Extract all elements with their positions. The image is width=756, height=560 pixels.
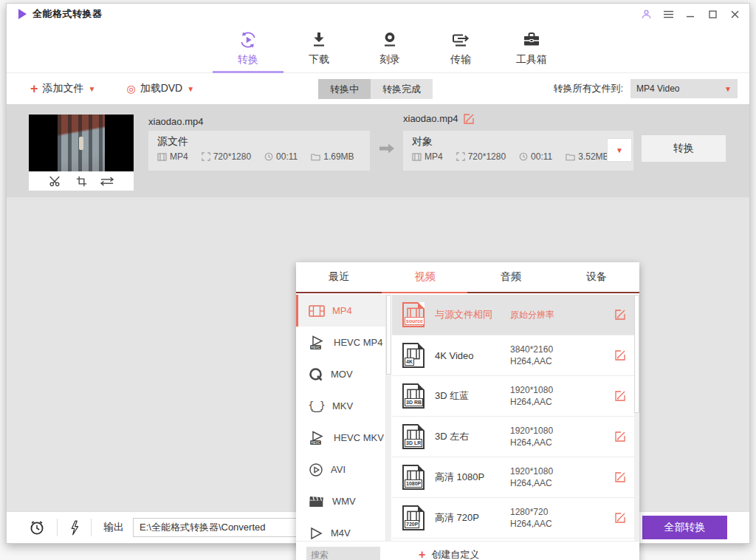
target-duration: 00:11 (531, 151, 552, 162)
preset-file-icon: source (402, 302, 425, 327)
output-format-select[interactable]: MP4 Video ▼ (630, 79, 738, 98)
nav-tab-burn[interactable]: 刻录 (354, 24, 425, 72)
preset-3d-left-right[interactable]: 3D LR 3D 左右 1920*1080H264,AAC (392, 417, 634, 457)
nav-tab-label: 传输 (450, 53, 471, 66)
load-dvd-button[interactable]: ◎ 加载DVD ▼ (126, 82, 194, 95)
source-duration: 00:11 (276, 151, 298, 162)
create-custom-label: 创建自定义 (431, 548, 479, 560)
adjust-icon[interactable] (100, 177, 114, 186)
nav-tabs: 转换 下载 刻录 (213, 24, 567, 72)
maximize-button[interactable] (707, 8, 718, 20)
main-nav: 转换 下载 刻录 (7, 24, 749, 73)
preset-hd-1080p[interactable]: 1080P 高清 1080P 1920*1080H264,AAC (392, 457, 634, 498)
nav-tab-label: 转换 (238, 53, 258, 66)
preset-file-icon: 3D RB (402, 383, 425, 409)
target-info-box: 对象 MP4 720*1280 00:11 3.52MB ▼ (403, 131, 633, 171)
hevc-play-icon: HEVC (309, 335, 326, 350)
minimize-button[interactable] (684, 8, 696, 20)
search-input[interactable] (306, 547, 380, 560)
preset-3d-red-blue[interactable]: 3D RB 3D 红蓝 1920*1080H264,AAC (392, 376, 634, 417)
tab-converting[interactable]: 转换中 (318, 79, 371, 99)
output-format-value: MP4 Video (636, 83, 679, 94)
target-box-title: 对象 (412, 135, 625, 148)
format-dropdown-button[interactable]: ▼ (607, 138, 632, 162)
transfer-icon (451, 30, 470, 49)
file-row: xiaodao.mp4 源文件 MP4 720*1280 00:11 1.69M… (7, 104, 749, 197)
toolbox-icon (522, 30, 541, 49)
preset-same-as-source[interactable]: source 与源文件相同 原始分辨率 (392, 295, 634, 335)
preset-4k-video[interactable]: 4K 4K Video 3840*2160H264,AAC (392, 335, 634, 376)
panel-tab-audio[interactable]: 音频 (468, 262, 554, 292)
panel-tab-device[interactable]: 设备 (554, 262, 639, 292)
preset-edit-icon[interactable] (615, 310, 625, 320)
schedule-clock-icon[interactable] (29, 519, 45, 536)
panel-tab-video[interactable]: 视频 (382, 262, 467, 292)
rename-edit-icon[interactable] (464, 114, 474, 124)
performance-bolt-icon[interactable] (69, 520, 79, 536)
tab-finished[interactable]: 转换完成 (371, 79, 433, 99)
nav-tab-convert[interactable]: 转换 (213, 24, 284, 72)
format-item-mp4[interactable]: MP4 (296, 295, 385, 327)
format-film-icon (157, 153, 167, 161)
preset-edit-icon[interactable] (615, 513, 625, 523)
preset-edit-icon[interactable] (615, 431, 625, 442)
plus-icon: + (30, 82, 38, 95)
mkv-braces-icon: { } (309, 399, 325, 414)
filesize-folder-icon (311, 153, 320, 161)
panel-tab-recent[interactable]: 最近 (296, 262, 382, 292)
chevron-down-icon: ▼ (616, 146, 623, 154)
format-item-mov[interactable]: MOV (296, 358, 385, 390)
resolution-icon (202, 152, 210, 161)
m4v-play-icon (309, 527, 323, 540)
target-format: MP4 (425, 151, 443, 162)
preset-list: source 与源文件相同 原始分辨率 4K 4K Video 3840*216… (392, 295, 634, 541)
video-thumbnail (29, 115, 134, 171)
convert-button[interactable]: 转换 (642, 135, 726, 162)
duration-clock-icon (264, 152, 273, 161)
format-item-hevc-mp4[interactable]: HEVC HEVC MP4 (296, 327, 385, 358)
source-resolution: 720*1280 (213, 151, 251, 162)
preset-hd-720p[interactable]: 720P 高清 720P 1280*720H264,AAC (392, 498, 634, 539)
account-icon[interactable] (640, 8, 652, 20)
close-button[interactable] (729, 8, 740, 20)
preset-list-scrollbar[interactable] (634, 295, 639, 541)
titlebar: 全能格式转换器 (7, 4, 749, 24)
format-item-avi[interactable]: AVI (296, 454, 385, 485)
nav-tab-label: 工具箱 (516, 53, 547, 66)
arrow-right-icon (378, 143, 396, 157)
chevron-down-icon: ▼ (187, 85, 194, 93)
crop-icon[interactable] (76, 176, 87, 187)
nav-tab-download[interactable]: 下载 (284, 24, 354, 72)
nav-tab-toolbox[interactable]: 工具箱 (496, 24, 567, 72)
format-list-scrollbar[interactable] (386, 295, 391, 541)
format-item-wmv[interactable]: WMV (296, 485, 385, 517)
format-picker-panel: 最近 视频 音频 设备 MP4 HEVC HEVC MP4 (296, 262, 639, 560)
chevron-down-icon: ▼ (89, 85, 96, 93)
preset-edit-icon[interactable] (615, 350, 625, 361)
add-file-button[interactable]: + 添加文件 ▼ (30, 82, 95, 95)
preset-file-icon: 1080P (402, 465, 425, 490)
plus-icon: + (419, 549, 425, 560)
source-info-box: 源文件 MP4 720*1280 00:11 1.69MB (148, 131, 370, 171)
format-item-m4v[interactable]: M4V (296, 517, 385, 541)
convert-all-button[interactable]: 全部转换 (642, 516, 727, 539)
window-controls (640, 8, 740, 20)
preset-edit-icon[interactable] (615, 391, 625, 401)
format-item-hevc-mkv[interactable]: HEVC HEVC MKV (296, 422, 385, 454)
preset-edit-icon[interactable] (615, 472, 625, 482)
load-dvd-label: 加载DVD (140, 82, 183, 95)
format-item-mkv[interactable]: { } MKV (296, 390, 385, 422)
output-label: 输出 (103, 521, 124, 534)
trim-scissors-icon[interactable] (49, 175, 63, 187)
app-logo-icon (18, 9, 27, 19)
nav-tab-label: 刻录 (379, 53, 400, 66)
format-film-icon (412, 153, 422, 161)
hevc-play-icon: HEVC (309, 431, 326, 445)
svg-text:{ }: { } (309, 400, 325, 411)
menu-icon[interactable] (662, 8, 674, 20)
preset-file-icon: 3D LR (402, 424, 425, 449)
clapperboard-icon (309, 495, 325, 508)
nav-tab-transfer[interactable]: 传输 (425, 24, 496, 72)
svg-text:HEVC: HEVC (311, 345, 320, 349)
create-custom-button[interactable]: + 创建自定义 (419, 548, 479, 560)
